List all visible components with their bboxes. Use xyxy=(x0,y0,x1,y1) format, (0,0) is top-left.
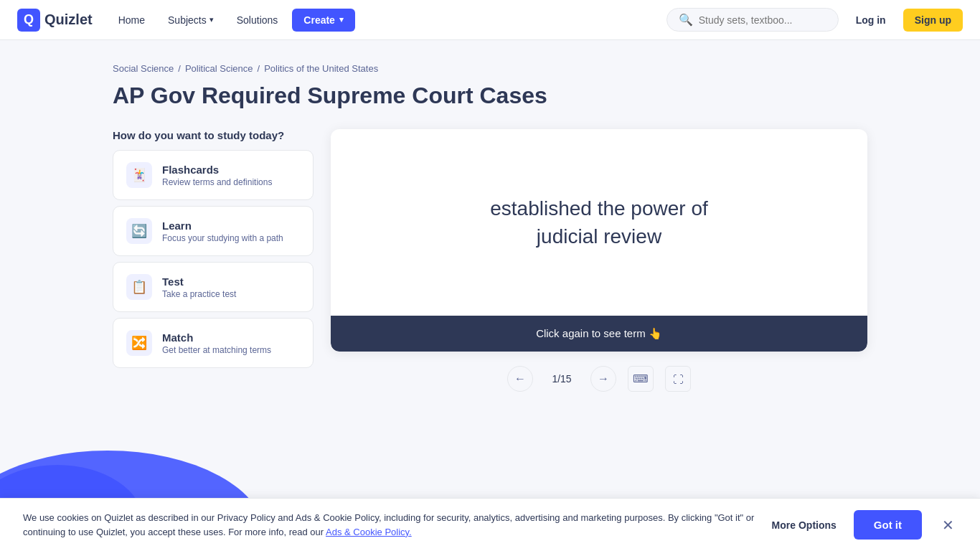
flashcard-next-button[interactable]: → xyxy=(590,366,616,392)
match-title: Match xyxy=(162,331,271,344)
flashcard-counter: 1/15 xyxy=(545,373,579,385)
breadcrumb: Social Science / Political Science / Pol… xyxy=(113,63,867,74)
flashcard-keyboard-button[interactable]: ⌨ xyxy=(628,366,654,392)
chevron-down-icon-create: ▾ xyxy=(339,15,344,24)
flashcards-icon: 🃏 xyxy=(126,162,152,188)
flashcard-prev-button[interactable]: ← xyxy=(507,366,533,392)
nav-subjects[interactable]: Subjects ▾ xyxy=(159,10,222,30)
search-input[interactable] xyxy=(699,14,826,26)
test-icon: 📋 xyxy=(126,274,152,300)
study-option-match[interactable]: 🔀 Match Get better at matching terms xyxy=(113,318,314,368)
flashcards-desc: Review terms and definitions xyxy=(162,177,272,187)
chevron-down-icon: ▾ xyxy=(209,15,214,24)
test-title: Test xyxy=(162,276,236,288)
nav-right: 🔍 Log in Sign up xyxy=(666,8,963,32)
breadcrumb-politics-us[interactable]: Politics of the United States xyxy=(264,63,378,74)
study-option-learn[interactable]: 🔄 Learn Focus your studying with a path xyxy=(113,206,314,256)
arrow-left-icon: ← xyxy=(514,372,526,385)
study-option-flashcards[interactable]: 🃏 Flashcards Review terms and definition… xyxy=(113,150,314,200)
match-icon: 🔀 xyxy=(126,330,152,356)
logo-icon: Q xyxy=(17,9,40,32)
nav-links: Home Subjects ▾ Solutions Create ▾ xyxy=(110,9,649,32)
signup-button[interactable]: Sign up xyxy=(903,9,963,32)
page-title: AP Gov Required Supreme Court Cases xyxy=(113,83,867,109)
study-prompt: How do you want to study today? xyxy=(113,129,314,141)
breadcrumb-political-science[interactable]: Political Science xyxy=(185,63,253,74)
keyboard-icon: ⌨ xyxy=(633,372,649,385)
flashcards-title: Flashcards xyxy=(162,164,272,176)
match-desc: Get better at matching terms xyxy=(162,345,271,355)
flashcard-footer: ← 1/15 → ⌨ ⛶ xyxy=(331,360,867,397)
nav-home[interactable]: Home xyxy=(110,10,154,30)
flashcard-text: established the power of judicial review xyxy=(490,194,708,250)
learn-title: Learn xyxy=(162,220,283,232)
flashcard-click-bar[interactable]: Click again to see term 👆 xyxy=(331,316,867,352)
study-section: How do you want to study today? 🃏 Flashc… xyxy=(113,129,867,397)
flashcard-wrapper[interactable]: established the power of judicial review… xyxy=(331,129,867,352)
study-option-test[interactable]: 📋 Test Take a practice test xyxy=(113,262,314,312)
flashcard-panel: established the power of judicial review… xyxy=(331,129,867,397)
login-button[interactable]: Log in xyxy=(847,10,895,30)
nav-solutions[interactable]: Solutions xyxy=(228,10,287,30)
learn-desc: Focus your studying with a path xyxy=(162,233,283,243)
fullscreen-icon: ⛶ xyxy=(673,373,684,385)
study-options-panel: How do you want to study today? 🃏 Flashc… xyxy=(113,129,314,397)
navbar: Q Quizlet Home Subjects ▾ Solutions Crea… xyxy=(0,0,980,40)
test-desc: Take a practice test xyxy=(162,289,236,299)
logo[interactable]: Q Quizlet xyxy=(17,9,93,32)
create-button[interactable]: Create ▾ xyxy=(292,9,355,32)
learn-icon: 🔄 xyxy=(126,218,152,244)
main-content: Social Science / Political Science / Pol… xyxy=(95,40,885,420)
breadcrumb-social-science[interactable]: Social Science xyxy=(113,63,174,74)
logo-text: Quizlet xyxy=(44,11,93,28)
search-bar[interactable]: 🔍 xyxy=(666,8,839,32)
arrow-right-icon: → xyxy=(598,372,609,385)
flashcard-body: established the power of judicial review xyxy=(331,129,867,316)
flashcard-fullscreen-button[interactable]: ⛶ xyxy=(665,366,691,392)
search-icon: 🔍 xyxy=(679,13,693,27)
